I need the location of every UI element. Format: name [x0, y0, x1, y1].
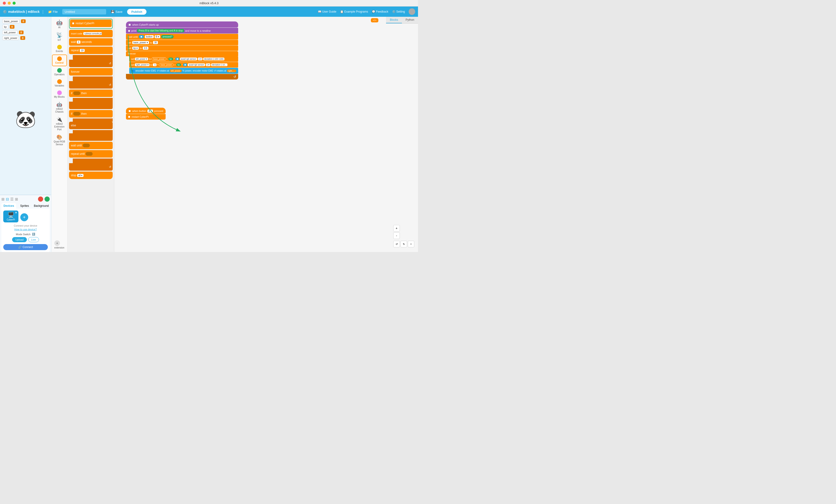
category-control[interactable]: Control: [52, 55, 67, 66]
feedback-link[interactable]: 💬 Feedback: [372, 10, 388, 13]
canvas-workspace[interactable]: ⏹ when CyberPi starts up ⏹ print Press B…: [114, 17, 418, 252]
button-a-dropdown[interactable]: A ▾: [147, 110, 153, 113]
view-toggle-1[interactable]: ⊞: [1, 197, 4, 201]
var-item-base_power[interactable]: base_power0: [2, 19, 49, 23]
add-device-button[interactable]: +: [20, 213, 28, 221]
category-quadrgb[interactable]: 🎨 Quad RGB Sensor: [52, 133, 67, 147]
kp-val-3: kp: [176, 63, 181, 66]
var-name-kp: kp: [2, 25, 8, 29]
right-power-dropdown[interactable]: right_power ▾: [135, 63, 150, 66]
var-item-right_power[interactable]: right_power0: [2, 36, 49, 40]
block-forever-canvas[interactable]: forever: [126, 51, 238, 56]
stop-dropdown[interactable]: all ▾: [77, 174, 84, 177]
block-set-kp[interactable]: set kp ▾ to 0.5: [126, 45, 238, 51]
view-toggle-2[interactable]: ⊟: [6, 197, 9, 201]
block-wait[interactable]: wait 1 seconds: [69, 38, 113, 46]
upload-button[interactable]: Upload: [12, 237, 27, 242]
block-if-then-else[interactable]: if then: [69, 110, 113, 117]
main-content: base_power0kp0left_power0right_power0 🐼 …: [0, 17, 418, 252]
how-to-link[interactable]: How to use device?: [3, 228, 48, 231]
block-set-right-power[interactable]: set right_power ▾ to -1 * base_power + k…: [129, 62, 238, 67]
block-set-left-power[interactable]: set left_power ▾ to base_power - kp * ⏹ …: [129, 56, 238, 62]
left-power-ref: left_power: [170, 70, 182, 72]
block-wait-until-canvas[interactable]: wait until ⏹ button B ▾ pressed?: [126, 34, 238, 40]
connect-button[interactable]: 🔗 Connect: [3, 244, 48, 250]
block-repeat[interactable]: repeat 10: [69, 46, 113, 54]
minimize-button[interactable]: [8, 2, 11, 5]
view-toggle-3[interactable]: ☰: [10, 197, 14, 201]
zoom-in-button[interactable]: +: [393, 225, 400, 232]
tab-sprites[interactable]: Sprites: [17, 203, 32, 209]
user-guide-link[interactable]: 📖 User Guide: [318, 10, 336, 13]
button-dropdown[interactable]: button: [145, 35, 154, 38]
live-button[interactable]: Live: [28, 237, 39, 242]
block-repeat-until[interactable]: repeat until: [69, 150, 113, 158]
block-encoder-motor[interactable]: 👥 encoder motor EM1 ↺ rotates at left_po…: [129, 68, 238, 74]
button-hat-icon: ⏹: [128, 109, 131, 113]
view-toggle-4[interactable]: ⊞: [15, 197, 18, 201]
mode-switch-row: Mode Switch ℹ️: [3, 233, 48, 236]
sensor-num-dropdown[interactable]: 1 ▾: [198, 58, 203, 60]
hat-when-cyberpi-starts[interactable]: ⏹ when CyberPi starts up: [126, 21, 238, 27]
sensor-icon-1: ⏹: [175, 58, 179, 60]
block-print[interactable]: ⏹ print Press B to start line following …: [126, 28, 238, 34]
save-button[interactable]: 💾 Save: [109, 9, 124, 15]
project-name-input[interactable]: [62, 9, 106, 15]
block-stop-all[interactable]: stop all ▾: [69, 172, 113, 179]
kp-dropdown[interactable]: kp ▾: [132, 46, 139, 50]
category-mbot2ext[interactable]: 🔌 mBot2 Extension Port: [52, 115, 67, 132]
block-restart-canvas[interactable]: ⏹ restart CyberPi: [126, 114, 166, 120]
code-embed-button[interactable]: </>: [371, 18, 378, 22]
sprite-canvas: 🐼: [0, 44, 51, 195]
repeat-until-arrow: ↺: [109, 165, 111, 169]
tab-devices[interactable]: Devices: [1, 203, 16, 209]
run-button[interactable]: [44, 196, 50, 202]
category-ai[interactable]: 🤖 AI: [52, 18, 67, 30]
category-variables[interactable]: Variables: [52, 78, 67, 89]
user-avatar[interactable]: [408, 8, 415, 15]
block-insert-code[interactable]: insert code cyberpi.console.print("hello…: [69, 30, 113, 37]
quad-rgb-label: quad rgb sensor: [180, 58, 197, 60]
reset-button-1[interactable]: ↺: [393, 241, 400, 247]
reset-button-2[interactable]: ↻: [400, 241, 407, 247]
tab-background[interactable]: Background: [33, 203, 50, 209]
repeat-until-inner: [73, 158, 113, 163]
category-events[interactable]: Events: [52, 43, 67, 54]
canvas-area: Blocks Python </> ⏹ when CyberPi starts …: [114, 17, 418, 252]
example-programs-link[interactable]: 📋 Example Programs: [340, 10, 368, 13]
block-forever[interactable]: forever: [69, 68, 113, 76]
block-wait-until[interactable]: wait until: [69, 142, 113, 149]
zoom-out-button[interactable]: -: [393, 232, 400, 239]
examples-icon: 📋: [340, 10, 344, 13]
category-iot[interactable]: 📡 IoT: [52, 31, 67, 43]
hat-when-button-a[interactable]: ⏹ when button A ▾ pressed: [126, 108, 166, 114]
close-button[interactable]: [3, 2, 6, 5]
variables-dot: [57, 79, 62, 84]
sensor-num-dropdown-2[interactable]: 1 ▾: [206, 63, 211, 66]
script-group-2: ⏹ when button A ▾ pressed ⏹ restart Cybe…: [126, 108, 166, 120]
left-power-dropdown[interactable]: left_power ▾: [135, 58, 148, 60]
category-mbot2chassis[interactable]: 🤖 mBot2 Chassis: [52, 100, 67, 115]
cyberpi-device-card[interactable]: ✕ 🖥️ CyberPi: [3, 211, 18, 222]
setting-link[interactable]: ⚙️ Setting: [392, 10, 405, 13]
block-set-base-power[interactable]: set base_power ▾ to 30: [126, 40, 238, 45]
base-power-dropdown[interactable]: base_power ▾: [132, 41, 149, 44]
publish-button[interactable]: Publish: [127, 9, 147, 15]
category-operators[interactable]: Operators: [52, 67, 67, 77]
if-bottom: [69, 102, 113, 109]
fullscreen-button[interactable]: [13, 2, 16, 5]
b-dropdown[interactable]: B ▾: [155, 35, 160, 38]
block-restart[interactable]: ⏹ restart CyberPi: [70, 20, 112, 27]
block-if-then[interactable]: if then: [69, 90, 113, 97]
wait-condition-slot: [83, 143, 90, 147]
close-device-icon[interactable]: ✕: [15, 211, 17, 214]
cyberpi-image: 🖥️: [8, 212, 14, 218]
file-menu[interactable]: 📁 File: [46, 9, 59, 15]
equals-button[interactable]: =: [408, 241, 414, 247]
category-myblocks[interactable]: My Blocks: [52, 89, 67, 100]
var-item-kp[interactable]: kp0: [2, 25, 49, 29]
var-item-left_power[interactable]: left_power0: [2, 30, 49, 35]
add-extension-button[interactable]: +: [54, 240, 60, 246]
stop-button[interactable]: [38, 196, 43, 202]
quadrgb-label: Quad RGB Sensor: [53, 140, 66, 146]
